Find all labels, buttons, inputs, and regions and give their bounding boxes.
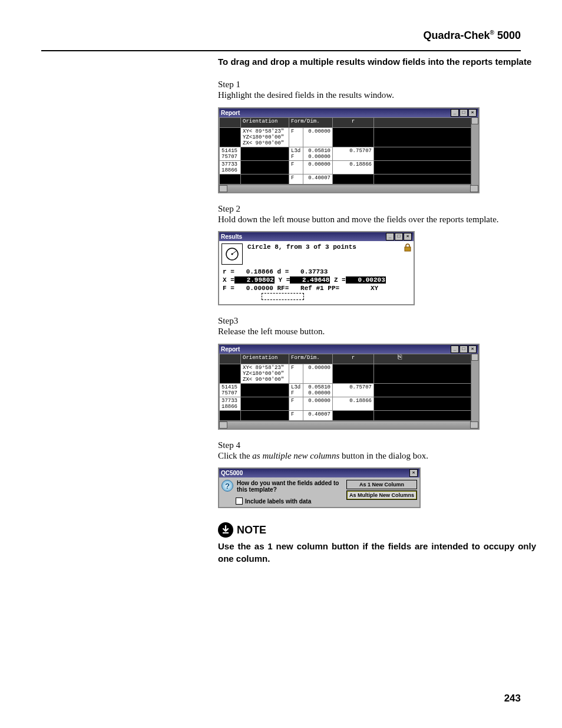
col-extra[interactable] <box>374 117 478 127</box>
col-formdim[interactable]: Form/Dim. <box>289 117 333 127</box>
step3-label: Step3 <box>218 316 536 326</box>
results-title: Results <box>221 233 242 240</box>
table-row[interactable]: F 0.40007 <box>220 174 478 184</box>
include-labels-label: Include labels with data <box>245 498 311 505</box>
x-value-selected[interactable]: 2.99802 <box>234 276 275 284</box>
include-labels-checkbox[interactable] <box>236 498 243 505</box>
report-titlebar[interactable]: Report _ □ × <box>219 345 478 354</box>
cell: XY< 89°58'23" <box>243 129 284 134</box>
cell: 0.40007 <box>303 174 333 184</box>
as-1-new-column-button[interactable]: As 1 New Column <box>346 480 417 489</box>
cell: 0.75707 <box>333 147 374 160</box>
results-values: r = 0.18866 d = 0.37733 X = 2.99802 Y = … <box>219 267 414 304</box>
note-icon <box>218 522 233 538</box>
col-r[interactable]: r <box>333 117 374 127</box>
step1-label: Step 1 <box>218 80 536 90</box>
results-window: Results _ □ × Circle 8, from 3 of 3 poin… <box>218 231 415 305</box>
col-orientation[interactable]: Orientation <box>241 354 289 364</box>
table-row[interactable]: 37733 18866 F 0.00000 0.18866 <box>220 160 478 174</box>
dialog-question: How do you want the fields added to this… <box>237 480 346 493</box>
report-table: Orientation Form/Dim. r XY< 89°58'23" YZ… <box>219 117 478 185</box>
cell: 0.00000 <box>303 160 333 174</box>
dialog-title: QC5000 <box>221 470 243 476</box>
drop-cursor-icon: ⎘ <box>398 354 402 361</box>
y-value-selected[interactable]: 2.49648 <box>290 276 330 284</box>
close-icon[interactable]: × <box>404 233 412 241</box>
cell: 75707 <box>222 154 237 160</box>
as-multiple-new-columns-button[interactable]: As Multiple New Columns <box>346 490 417 500</box>
product-model: 5000 <box>497 29 521 41</box>
col-orientation[interactable]: Orientation <box>241 117 289 127</box>
maximize-icon[interactable]: □ <box>459 345 468 353</box>
cell: ZX< 90°00'00" <box>243 140 284 146</box>
report-window-1: Report _ □ × Orientation Form/Dim. r <box>218 107 480 193</box>
table-row[interactable]: 3773318866 F 0.00000 0.18866 <box>220 397 478 410</box>
step3-body: Release the left mouse button. <box>218 326 536 338</box>
table-row[interactable]: 51415 75707 L3d F 0.05810 0.00000 0.7570… <box>220 147 478 160</box>
page-number: 243 <box>504 693 521 704</box>
table-row[interactable]: XY< 89°58'23" YZ<180°00'00" ZX< 90°00'00… <box>220 364 478 383</box>
maximize-icon[interactable]: □ <box>395 233 403 241</box>
cell: 0.00000 <box>303 127 333 147</box>
step2-body: Hold down the left mouse button and move… <box>218 214 536 226</box>
dialog-titlebar[interactable]: QC5000 × <box>219 469 419 477</box>
cell: 18866 <box>222 167 237 173</box>
svg-rect-3 <box>405 247 411 251</box>
cell: YZ<180°00'00" <box>243 134 284 140</box>
header-rule <box>41 50 521 51</box>
question-icon: ? <box>222 480 233 492</box>
minimize-icon[interactable]: _ <box>451 109 459 117</box>
svg-rect-4 <box>223 532 229 533</box>
maximize-icon[interactable]: □ <box>459 109 468 117</box>
table-row[interactable]: F 0.40007 <box>220 410 478 420</box>
cell: L3d <box>291 148 300 154</box>
minimize-icon[interactable]: _ <box>386 233 394 241</box>
cell: F <box>289 127 303 147</box>
results-titlebar[interactable]: Results _ □ × <box>219 232 414 241</box>
cell: F <box>289 174 303 184</box>
step1-body: Highlight the desired fields in the resu… <box>218 90 536 101</box>
scrollbar-vertical[interactable] <box>471 117 478 185</box>
table-row[interactable]: XY< 89°58'23" YZ<180°00'00" ZX< 90°00'00… <box>220 127 478 147</box>
results-description: Circle 8, from 3 of 3 points <box>247 243 403 251</box>
note-block: NOTE Use the as 1 new column button if t… <box>218 522 536 565</box>
svg-line-1 <box>232 251 237 254</box>
product-name: Quadra-Chek <box>424 29 490 41</box>
col-r[interactable]: r <box>333 354 374 364</box>
report-title: Report <box>221 110 240 116</box>
table-row[interactable]: 5141575707 L3dF 0.058100.00000 0.75707 <box>220 383 478 397</box>
step2-label: Step 2 <box>218 204 536 214</box>
product-title: Quadra-Chek® 5000 <box>41 29 521 42</box>
step4-body: Click the as multiple new columns button… <box>218 450 536 462</box>
note-label: NOTE <box>237 524 266 536</box>
report-table: Orientation Form/Dim. r ⎘ XY< 89°58'23" … <box>219 354 478 421</box>
col-extra[interactable]: ⎘ <box>374 354 478 364</box>
cell: 0.05810 <box>308 148 330 154</box>
report-window-2: Report _ □ × Orientation Form/Dim. r ⎘ <box>218 344 480 430</box>
cell: 37733 <box>222 162 237 167</box>
close-icon[interactable]: × <box>409 469 418 477</box>
col-blank[interactable] <box>220 117 241 127</box>
cell: F <box>291 154 294 160</box>
cell: 0.18866 <box>333 160 374 174</box>
registered-mark: ® <box>490 29 494 36</box>
drop-target-box[interactable] <box>262 293 304 300</box>
cell: F <box>289 160 303 174</box>
col-formdim[interactable]: Form/Dim. <box>289 354 333 364</box>
col-blank[interactable] <box>220 354 241 364</box>
z-value-selected[interactable]: 0.00203 <box>346 276 386 284</box>
close-icon[interactable]: × <box>468 109 477 117</box>
scrollbar-horizontal[interactable] <box>219 421 478 429</box>
qc5000-dialog: QC5000 × ? How do you want the fields ad… <box>218 467 421 508</box>
scrollbar-horizontal[interactable] <box>219 185 478 192</box>
svg-point-2 <box>232 253 233 255</box>
scrollbar-vertical[interactable] <box>471 354 478 421</box>
cell: 0.00000 <box>308 154 330 160</box>
lock-icon[interactable] <box>403 243 411 253</box>
report-titlebar[interactable]: Report _ □ × <box>219 108 478 117</box>
close-icon[interactable]: × <box>468 345 477 353</box>
cell: 51415 <box>222 148 237 154</box>
report-title: Report <box>221 346 240 353</box>
minimize-icon[interactable]: _ <box>451 345 459 353</box>
step4-label: Step 4 <box>218 440 536 450</box>
